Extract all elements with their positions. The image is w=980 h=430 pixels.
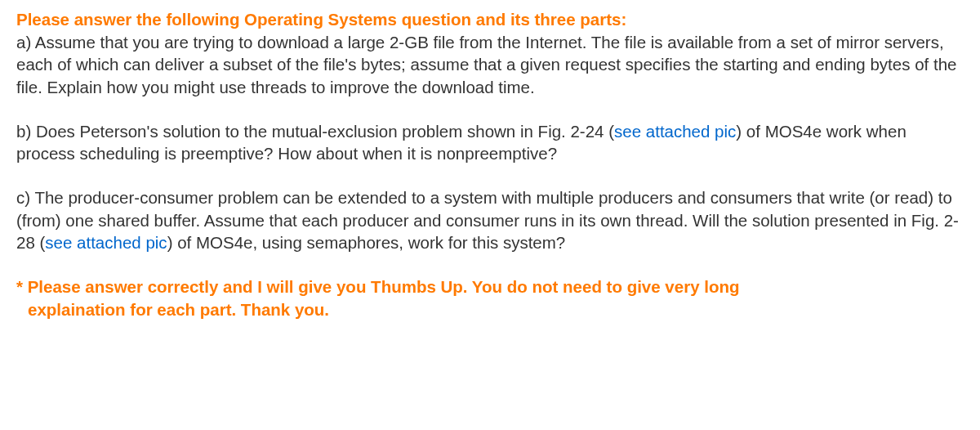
footer-line1: * Please answer correctly and I will giv… <box>16 277 740 296</box>
part-b-before: b) Does Peterson's solution to the mutua… <box>16 122 614 141</box>
question-content: Please answer the following Operating Sy… <box>16 8 964 320</box>
attached-pic-link[interactable]: see attached pic <box>45 233 167 252</box>
part-c-text: c) The producer-consumer problem can be … <box>16 186 964 254</box>
attached-pic-link[interactable]: see attached pic <box>614 122 736 141</box>
part-c-after: ) of MOS4e, using semaphores, work for t… <box>167 233 566 252</box>
part-b-text: b) Does Peterson's solution to the mutua… <box>16 120 964 165</box>
question-title: Please answer the following Operating Sy… <box>16 8 964 31</box>
part-a-text: a) Assume that you are trying to downloa… <box>16 31 964 99</box>
footer-note: * Please answer correctly and I will giv… <box>16 275 964 320</box>
footer-line2: explaination for each part. Thank you. <box>16 298 964 321</box>
